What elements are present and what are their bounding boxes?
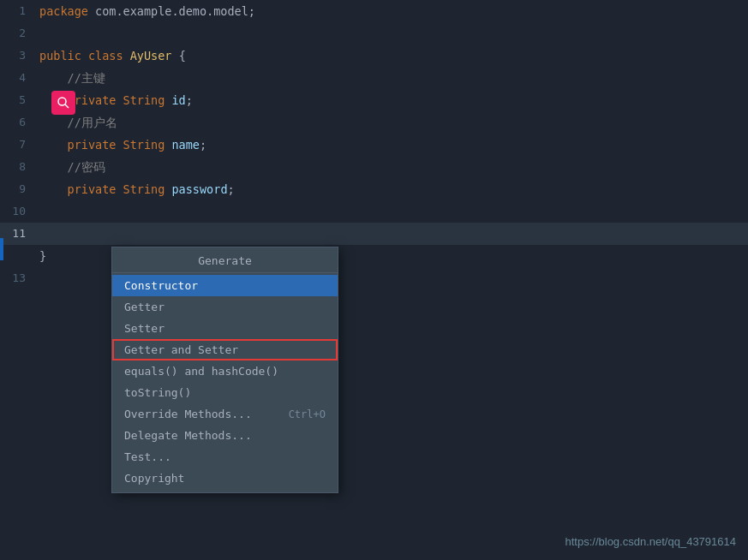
- line-content-7: private String name;: [34, 134, 206, 156]
- line-number-13: 13: [0, 267, 34, 289]
- line-number-3: 3: [0, 45, 34, 67]
- line-content-1: package com.example.demo.model;: [34, 0, 255, 22]
- menu-item-constructor[interactable]: Constructor: [112, 275, 338, 296]
- context-menu: Generate Constructor Getter Setter Gette…: [111, 247, 338, 493]
- code-line-10: 10: [0, 200, 748, 223]
- code-line-6: 6 //用户名: [0, 111, 748, 134]
- code-line-2: 2: [0, 22, 748, 45]
- code-line-5: 5 private String id;: [0, 89, 748, 111]
- line-number-11: 11: [0, 223, 34, 245]
- line-number-9: 9: [0, 178, 34, 200]
- line-number-1: 1: [0, 0, 34, 22]
- code-line-1: 1 package com.example.demo.model;: [0, 0, 748, 22]
- watermark: https://blog.csdn.net/qq_43791614: [565, 535, 737, 548]
- line-number-10: 10: [0, 200, 34, 223]
- menu-item-getter[interactable]: Getter: [112, 296, 338, 318]
- line-content-12: }: [34, 245, 46, 267]
- search-icon[interactable]: [51, 91, 75, 115]
- line-number-7: 7: [0, 134, 34, 156]
- line-number-6: 6: [0, 111, 34, 134]
- code-line-8: 8 //密码: [0, 156, 748, 178]
- line-content-8: //密码: [34, 156, 105, 178]
- code-line-11: 11: [0, 223, 748, 245]
- line-content-9: private String password;: [34, 178, 235, 200]
- code-line-9: 9 private String password;: [0, 178, 748, 200]
- active-line-indicator: [0, 238, 3, 260]
- override-methods-shortcut: Ctrl+O: [289, 408, 326, 420]
- line-number-8: 8: [0, 156, 34, 178]
- menu-item-override-methods[interactable]: Override Methods... Ctrl+O: [112, 403, 338, 425]
- code-line-4: 4 //主键: [0, 67, 748, 89]
- svg-line-1: [65, 104, 69, 108]
- code-line-3: 3 public class AyUser {: [0, 45, 748, 67]
- line-content-4: //主键: [34, 67, 105, 89]
- svg-point-0: [58, 98, 66, 105]
- menu-item-delegate-methods[interactable]: Delegate Methods...: [112, 425, 338, 446]
- menu-item-getter-and-setter[interactable]: Getter and Setter: [112, 339, 338, 360]
- menu-item-test[interactable]: Test...: [112, 446, 338, 468]
- context-menu-header: Generate: [112, 251, 338, 273]
- menu-item-setter[interactable]: Setter: [112, 318, 338, 339]
- menu-item-tostring[interactable]: toString(): [112, 382, 338, 403]
- line-number-2: 2: [0, 22, 34, 45]
- code-line-7: 7 private String name;: [0, 134, 748, 156]
- line-content-3: public class AyUser {: [34, 45, 186, 67]
- line-number-4: 4: [0, 67, 34, 89]
- menu-item-copyright[interactable]: Copyright: [112, 468, 338, 489]
- editor-area: 1 package com.example.demo.model; 2 3 pu…: [0, 0, 748, 560]
- line-number-5: 5: [0, 89, 34, 111]
- line-content-6: //用户名: [34, 111, 117, 134]
- menu-item-equals-hashcode[interactable]: equals() and hashCode(): [112, 360, 338, 382]
